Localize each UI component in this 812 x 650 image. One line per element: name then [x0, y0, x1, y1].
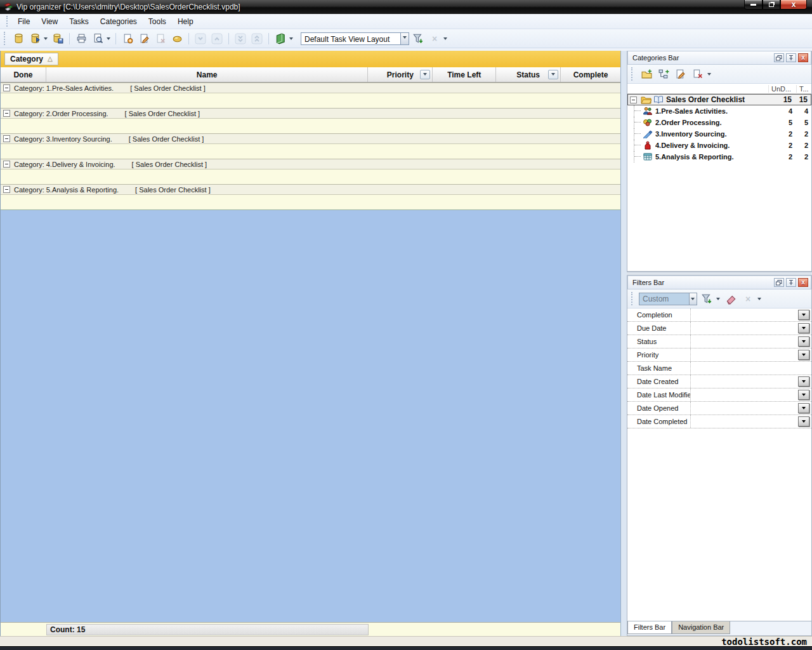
- layout-combobox-value[interactable]: Default Task View Layout: [301, 32, 401, 45]
- column-header-total[interactable]: T...: [796, 85, 811, 93]
- filter-dropdown-button[interactable]: [798, 323, 809, 333]
- filter-dropdown-button[interactable]: [798, 416, 809, 427]
- filter-row[interactable]: Priority: [627, 348, 811, 362]
- collapse-tree-icon[interactable]: [630, 96, 637, 103]
- apply-filter-button[interactable]: [699, 291, 714, 307]
- filter-row[interactable]: Completion: [627, 308, 811, 322]
- menu-item[interactable]: View: [36, 15, 63, 28]
- mark-complete-button[interactable]: [169, 31, 185, 46]
- close-button[interactable]: [780, 0, 807, 10]
- collapse-group-icon[interactable]: [3, 110, 10, 117]
- save-database-button[interactable]: [50, 31, 65, 46]
- priority-filter-button[interactable]: [420, 70, 430, 79]
- filters-toolbar-options-icon[interactable]: [757, 298, 761, 302]
- column-header-status[interactable]: Status: [496, 67, 561, 82]
- layout-combobox[interactable]: Default Task View Layout: [301, 32, 409, 45]
- menu-item[interactable]: Tasks: [63, 15, 95, 28]
- filter-dropdown-button[interactable]: [798, 310, 809, 320]
- column-header-priority[interactable]: Priority: [368, 67, 433, 82]
- category-tree-item[interactable]: 4.Delivery & Invoicing. 2 2: [627, 140, 811, 151]
- delete-task-button[interactable]: [153, 31, 168, 46]
- toolbar-options-icon[interactable]: [443, 37, 447, 42]
- new-category-button[interactable]: [639, 67, 654, 82]
- print-button[interactable]: [74, 31, 89, 46]
- column-header-complete[interactable]: Complete: [561, 67, 620, 82]
- filter-dropdown-button[interactable]: [798, 376, 809, 387]
- panel-close-button[interactable]: [798, 53, 808, 62]
- restore-button[interactable]: [763, 0, 780, 10]
- delete-filter-button[interactable]: [740, 291, 756, 307]
- filter-value[interactable]: [691, 415, 796, 428]
- filter-value[interactable]: [691, 348, 796, 361]
- filter-value[interactable]: [691, 322, 796, 335]
- new-subcategory-button[interactable]: [656, 67, 671, 82]
- categories-toolbar-options-icon[interactable]: [707, 73, 711, 77]
- filter-dropdown-button[interactable]: [798, 403, 809, 413]
- category-group-header[interactable]: Category: 1.Pre-Sales Activities. [ Sale…: [1, 83, 620, 93]
- filter-value[interactable]: [691, 375, 796, 388]
- menu-item[interactable]: Categories: [95, 15, 143, 28]
- filter-row[interactable]: Date Opened: [627, 402, 811, 415]
- filter-preset-combobox[interactable]: Custom: [639, 293, 697, 305]
- menu-item[interactable]: File: [12, 15, 36, 28]
- notebook-button[interactable]: [273, 31, 288, 46]
- category-tree-item[interactable]: 3.Inventory Sourcing. 2 2: [627, 128, 811, 140]
- new-database-button[interactable]: [11, 31, 26, 46]
- filter-value[interactable]: [691, 388, 796, 401]
- filter-row[interactable]: Task Name: [627, 362, 811, 375]
- filter-row[interactable]: Date Last Modified: [627, 388, 811, 402]
- panel-pin-button[interactable]: [786, 53, 796, 62]
- category-group-header[interactable]: Category: 2.Order Processing. [ Sales Or…: [1, 108, 620, 119]
- filter-value[interactable]: [691, 402, 796, 415]
- delete-category-button[interactable]: [690, 67, 705, 82]
- delete-layout-button[interactable]: [427, 31, 442, 46]
- edit-category-button[interactable]: [673, 67, 688, 82]
- filter-dropdown-button[interactable]: [798, 390, 809, 400]
- collapse-group-icon[interactable]: [3, 186, 10, 193]
- collapse-group-icon[interactable]: [3, 135, 10, 142]
- category-tree-root[interactable]: Sales Order Checklist 15 15: [627, 94, 811, 105]
- category-tree-item[interactable]: 5.Analysis & Reporting. 2 2: [627, 151, 811, 162]
- category-tree-item[interactable]: 1.Pre-Sales Activities. 4 4: [627, 105, 811, 117]
- filter-value[interactable]: [691, 335, 796, 348]
- apply-layout-button[interactable]: [410, 31, 426, 46]
- collapse-group-icon[interactable]: [3, 161, 10, 168]
- filter-dropdown-button[interactable]: [798, 350, 809, 360]
- category-group-header[interactable]: Category: 4.Delivery & Invoicing. [ Sale…: [1, 159, 620, 169]
- move-to-top-button[interactable]: [249, 31, 265, 46]
- filter-preset-value[interactable]: Custom: [639, 293, 690, 305]
- move-to-bottom-button[interactable]: [233, 31, 248, 46]
- column-header-time-left[interactable]: Time Left: [433, 67, 496, 82]
- menu-item[interactable]: Help: [172, 15, 199, 28]
- print-dropdown-icon[interactable]: [107, 37, 110, 42]
- new-task-button[interactable]: [120, 31, 135, 46]
- move-up-button[interactable]: [209, 31, 225, 46]
- move-down-button[interactable]: [193, 31, 208, 46]
- clear-filter-button[interactable]: [723, 291, 738, 307]
- minimize-button[interactable]: [744, 0, 763, 10]
- group-by-category-button[interactable]: Category: [4, 53, 58, 65]
- panel-splitter[interactable]: [620, 51, 627, 636]
- status-filter-button[interactable]: [548, 70, 558, 79]
- menu-item[interactable]: Tools: [143, 15, 172, 28]
- category-group-header[interactable]: Category: 3.Inventory Sourcing. [ Sales …: [1, 133, 620, 144]
- panel-restore-button[interactable]: [774, 278, 784, 287]
- open-database-button[interactable]: [27, 31, 43, 46]
- column-header-done[interactable]: Done: [1, 67, 46, 82]
- column-header-name[interactable]: Name: [46, 67, 368, 82]
- panel-pin-button[interactable]: [786, 278, 796, 287]
- collapse-group-icon[interactable]: [3, 84, 10, 91]
- filter-row[interactable]: Due Date: [627, 322, 811, 335]
- panel-close-button[interactable]: [798, 278, 808, 287]
- edit-task-button[interactable]: [136, 31, 152, 46]
- tab-navigation-bar[interactable]: Navigation Bar: [672, 621, 730, 634]
- filter-preset-dropdown[interactable]: [690, 293, 697, 305]
- filter-row[interactable]: Date Created: [627, 375, 811, 388]
- filter-row[interactable]: Status: [627, 335, 811, 348]
- open-database-dropdown-icon[interactable]: [44, 37, 48, 42]
- tab-filters-bar[interactable]: Filters Bar: [627, 621, 672, 634]
- layout-combobox-dropdown[interactable]: [401, 32, 409, 45]
- panel-restore-button[interactable]: [774, 53, 784, 62]
- filter-value[interactable]: [691, 362, 796, 375]
- filter-row[interactable]: Date Completed: [627, 415, 811, 428]
